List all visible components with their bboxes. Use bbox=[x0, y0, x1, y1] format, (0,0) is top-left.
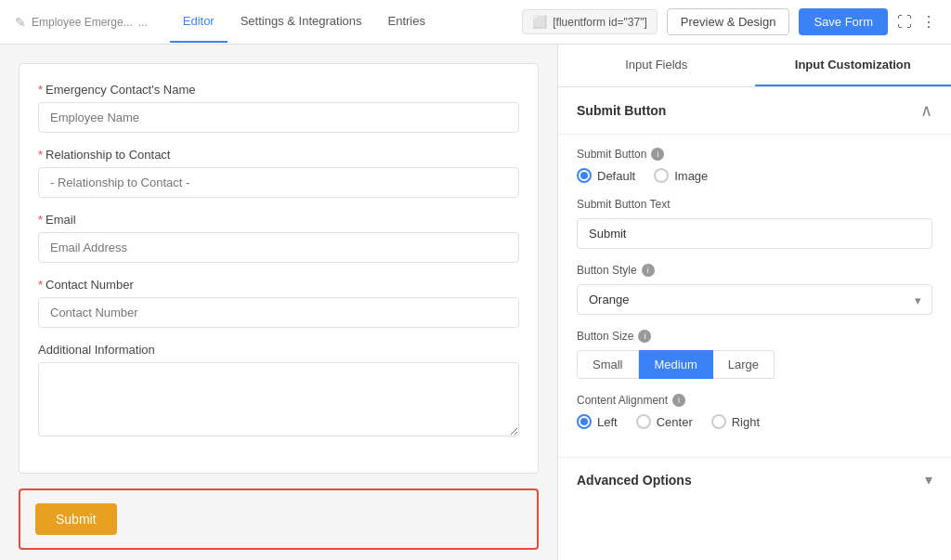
alignment-center-option[interactable]: Center bbox=[636, 414, 693, 429]
input-contact-number[interactable] bbox=[38, 297, 519, 328]
advanced-options-chevron-icon: ▾ bbox=[925, 471, 932, 488]
field-contact-number: * Contact Number bbox=[38, 278, 519, 328]
alignment-right-radio bbox=[711, 414, 726, 429]
edit-icon: ✎ bbox=[15, 15, 26, 30]
input-additional-info[interactable] bbox=[38, 362, 519, 436]
button-style-select-wrapper: Default Orange Green Blue Red bbox=[577, 284, 932, 315]
required-marker-3: * bbox=[38, 213, 43, 227]
button-style-label: Button Style i bbox=[577, 264, 932, 277]
field-relationship-to-contact: * Relationship to Contact bbox=[38, 148, 519, 198]
submit-button-type-row: Submit Button i Default Image bbox=[577, 148, 932, 183]
content-alignment-label: Content Alignment i bbox=[577, 394, 932, 407]
submit-button-text-input[interactable] bbox=[577, 218, 932, 249]
separator: ... bbox=[138, 16, 148, 29]
top-navigation: ✎ Employee Emerge... ... Editor Settings… bbox=[0, 0, 951, 45]
radio-option-default[interactable]: Default bbox=[577, 168, 635, 183]
button-style-info-icon[interactable]: i bbox=[642, 264, 655, 277]
input-emergency-contact-name[interactable] bbox=[38, 102, 519, 133]
expand-icon[interactable]: ⛶ bbox=[897, 14, 912, 31]
advanced-options-title: Advanced Options bbox=[577, 473, 692, 488]
alignment-center-radio bbox=[636, 414, 651, 429]
shortcode-icon: ⬜ bbox=[532, 15, 547, 29]
required-marker: * bbox=[38, 83, 43, 97]
advanced-options-section[interactable]: Advanced Options ▾ bbox=[558, 457, 951, 501]
required-marker-4: * bbox=[38, 278, 43, 292]
main-layout: * Emergency Contact's Name * Relationshi… bbox=[0, 45, 951, 560]
content-alignment-info-icon[interactable]: i bbox=[672, 394, 685, 407]
label-email: * Email bbox=[38, 213, 519, 227]
submit-button-text-row: Submit Button Text bbox=[577, 198, 932, 249]
form-editor-area: * Emergency Contact's Name * Relationshi… bbox=[0, 45, 557, 560]
panel-content: Submit Button ∧ Submit Button i Default bbox=[558, 87, 951, 501]
top-nav-right: ⬜ [fluentform id="37"] Preview & Design … bbox=[522, 8, 936, 35]
more-options-icon[interactable]: ⋮ bbox=[921, 13, 936, 31]
panel-tabs: Input Fields Input Customization bbox=[558, 45, 951, 87]
required-marker-2: * bbox=[38, 148, 43, 162]
tab-input-fields[interactable]: Input Fields bbox=[558, 45, 755, 86]
submit-button[interactable]: Submit bbox=[35, 503, 117, 535]
submit-button-type-label: Submit Button i bbox=[577, 148, 932, 161]
submit-button-section-header: Submit Button ∧ bbox=[558, 87, 951, 135]
label-emergency-contact-name: * Emergency Contact's Name bbox=[38, 83, 519, 97]
tab-editor[interactable]: Editor bbox=[170, 1, 228, 43]
field-email: * Email bbox=[38, 213, 519, 263]
nav-tabs: Editor Settings & Integrations Entries bbox=[170, 1, 438, 43]
content-alignment-row: Content Alignment i Left Center bbox=[577, 394, 932, 429]
submit-button-section-title: Submit Button bbox=[577, 103, 666, 118]
shortcode-text: [fluentform id="37"] bbox=[553, 16, 647, 29]
brand-area: ✎ Employee Emerge... ... bbox=[15, 15, 148, 30]
tab-entries[interactable]: Entries bbox=[375, 1, 438, 43]
radio-circle-image bbox=[654, 168, 669, 183]
field-additional-info: Additional Information bbox=[38, 343, 519, 439]
tab-input-customization[interactable]: Input Customization bbox=[755, 45, 952, 86]
label-contact-number: * Contact Number bbox=[38, 278, 519, 292]
button-size-row: Button Size i Small Medium Large bbox=[577, 330, 932, 379]
section-body: Submit Button i Default Image bbox=[558, 135, 951, 457]
submit-button-type-radio-group: Default Image bbox=[577, 168, 932, 183]
form-container: * Emergency Contact's Name * Relationshi… bbox=[19, 63, 539, 474]
button-style-row: Button Style i Default Orange Green Blue… bbox=[577, 264, 932, 315]
shortcode-display[interactable]: ⬜ [fluentform id="37"] bbox=[522, 9, 658, 34]
field-emergency-contact-name: * Emergency Contact's Name bbox=[38, 83, 519, 133]
radio-option-image[interactable]: Image bbox=[654, 168, 708, 183]
alignment-right-option[interactable]: Right bbox=[711, 414, 760, 429]
label-relationship-to-contact: * Relationship to Contact bbox=[38, 148, 519, 162]
content-alignment-group: Left Center Right bbox=[577, 414, 932, 429]
alignment-left-radio bbox=[577, 414, 592, 429]
submit-button-area: Submit bbox=[19, 488, 539, 550]
tab-settings[interactable]: Settings & Integrations bbox=[228, 1, 375, 43]
submit-button-info-icon[interactable]: i bbox=[651, 148, 664, 161]
button-size-info-icon[interactable]: i bbox=[638, 330, 651, 343]
preview-design-button[interactable]: Preview & Design bbox=[667, 8, 790, 35]
right-panel: Input Fields Input Customization Submit … bbox=[557, 45, 951, 560]
save-form-button[interactable]: Save Form bbox=[799, 8, 888, 35]
alignment-left-option[interactable]: Left bbox=[577, 414, 618, 429]
input-relationship-to-contact[interactable] bbox=[38, 167, 519, 198]
button-size-group: Small Medium Large bbox=[577, 350, 932, 379]
button-style-select[interactable]: Default Orange Green Blue Red bbox=[577, 284, 932, 315]
submit-button-text-label: Submit Button Text bbox=[577, 198, 932, 211]
input-email[interactable] bbox=[38, 232, 519, 263]
btn-size-medium[interactable]: Medium bbox=[639, 350, 713, 379]
section-collapse-icon[interactable]: ∧ bbox=[920, 100, 932, 121]
radio-circle-default bbox=[577, 168, 592, 183]
label-additional-info: Additional Information bbox=[38, 343, 519, 357]
btn-size-small[interactable]: Small bbox=[577, 350, 639, 379]
btn-size-large[interactable]: Large bbox=[713, 350, 775, 379]
brand-label: Employee Emerge... bbox=[32, 16, 133, 29]
button-size-label: Button Size i bbox=[577, 330, 932, 343]
